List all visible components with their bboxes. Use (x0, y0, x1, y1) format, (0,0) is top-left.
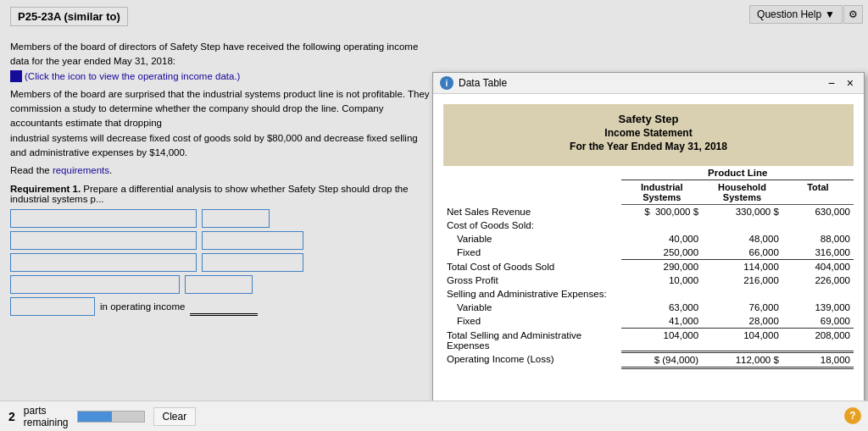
row-house: 330,000 $ (702, 205, 782, 219)
table-row: Selling and Administrative Expenses: (443, 287, 854, 301)
income-statement-table: Product Line IndustrialSystems Household… (443, 166, 854, 369)
modal-body: Safety Step Income Statement For the Yea… (433, 94, 864, 427)
table-row: Operating Income (Loss) $ (94,000) 112,0… (443, 352, 854, 368)
row-ind: 104,000 (621, 329, 702, 352)
statement-date: For the Year Ended May 31, 2018 (443, 141, 854, 152)
row-house: 104,000 (702, 329, 782, 352)
table-row: Variable 40,000 48,000 88,000 (443, 232, 854, 246)
table-row: Fixed 41,000 28,000 69,000 (443, 314, 854, 329)
row-label: Total Selling and Administrative Expense… (443, 329, 621, 352)
clear-button[interactable]: Clear (153, 407, 197, 426)
help-icon[interactable]: ? (844, 407, 861, 424)
bottom-bar: 2 parts remaining Clear (0, 401, 868, 431)
row-label: Cost of Goods Sold: (443, 218, 621, 232)
row-house: 112,000 $ (702, 352, 782, 368)
row-total: 404,000 (782, 260, 854, 274)
row-label: Operating Income (Loss) (443, 352, 621, 368)
row-total: 208,000 (782, 329, 854, 352)
modal-header: i Data Table − × (433, 73, 864, 94)
row-house: 66,000 (702, 246, 782, 260)
row-ind: 40,000 (621, 232, 702, 246)
row-ind: 250,000 (621, 246, 702, 260)
parts-label: parts remaining (24, 405, 69, 428)
row-ind: 10,000 (621, 274, 702, 287)
row-label: Variable (443, 301, 621, 314)
statement-type: Income Statement (443, 127, 854, 139)
col-header-industrial: IndustrialSystems (621, 180, 702, 205)
table-header-label (443, 166, 621, 180)
row-total: 18,000 (782, 352, 854, 368)
row-label: Variable (443, 232, 621, 246)
progress-bar-fill (78, 412, 112, 422)
row-house: 114,000 (702, 260, 782, 274)
modal-minimize-button[interactable]: − (825, 76, 838, 90)
product-line-header: Product Line (621, 166, 854, 180)
row-house: 28,000 (702, 314, 782, 329)
row-label: Net Sales Revenue (443, 205, 621, 219)
row-label: Fixed (443, 246, 621, 260)
info-icon: i (440, 76, 453, 90)
table-row: Variable 63,000 76,000 139,000 (443, 301, 854, 314)
modal-close-button[interactable]: × (843, 76, 857, 90)
company-name: Safety Step (443, 113, 854, 125)
row-ind: 290,000 (621, 260, 702, 274)
row-house: 76,000 (702, 301, 782, 314)
row-total: 226,000 (782, 274, 854, 287)
row-total: 139,000 (782, 301, 854, 314)
col-header-total: Total (782, 180, 854, 205)
parts-count: 2 (8, 410, 15, 423)
row-label: Selling and Administrative Expenses: (443, 287, 621, 301)
row-total: 630,000 (782, 205, 854, 219)
row-label: Gross Profit (443, 274, 621, 287)
table-row: Cost of Goods Sold: (443, 218, 854, 232)
row-ind: 63,000 (621, 301, 702, 314)
row-ind: 41,000 (621, 314, 702, 329)
data-table-modal: i Data Table − × Safety Step Income Stat… (432, 72, 865, 428)
row-label: Fixed (443, 314, 621, 329)
table-row: Gross Profit 10,000 216,000 226,000 (443, 274, 854, 287)
row-total: 69,000 (782, 314, 854, 329)
row-house: 216,000 (702, 274, 782, 287)
row-total: 316,000 (782, 246, 854, 260)
table-row: Net Sales Revenue $ 300,000 $ 330,000 $ … (443, 205, 854, 219)
row-house: 48,000 (702, 232, 782, 246)
table-row: Total Cost of Goods Sold 290,000 114,000… (443, 260, 854, 274)
table-row: Total Selling and Administrative Expense… (443, 329, 854, 352)
row-ind: $ (94,000) (621, 352, 702, 368)
progress-bar (77, 411, 145, 423)
col-header-household: HouseholdSystems (702, 180, 782, 205)
row-total: 88,000 (782, 232, 854, 246)
modal-title: Data Table (459, 77, 820, 89)
row-label: Total Cost of Goods Sold (443, 260, 621, 274)
table-row: Fixed 250,000 66,000 316,000 (443, 246, 854, 260)
row-ind: $ 300,000 $ (621, 205, 702, 219)
